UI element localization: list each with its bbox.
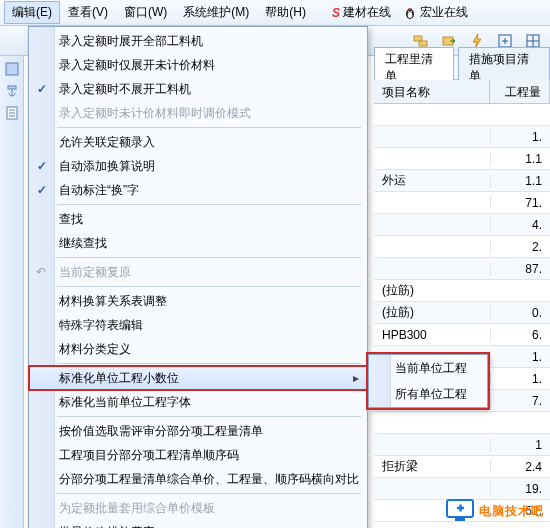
svg-rect-11 — [8, 86, 16, 89]
table-row[interactable]: HPB3006. — [374, 324, 550, 346]
svg-rect-10 — [6, 63, 18, 75]
table-row[interactable]: 87. — [374, 258, 550, 280]
link-hongye[interactable]: 宏业在线 — [397, 1, 474, 24]
table-row[interactable]: 19. — [374, 478, 550, 500]
cell-value: 4. — [490, 218, 550, 232]
svg-point-2 — [408, 10, 409, 11]
cell-value: 1. — [490, 130, 550, 144]
s-icon: S — [332, 6, 340, 20]
table-row[interactable]: 4. — [374, 214, 550, 236]
table-row[interactable] — [374, 104, 550, 126]
dd-expand-unpriced[interactable]: 录入定额时仅展开未计价材料 — [29, 53, 367, 77]
dd-realtime-price: 录入定额时未计价材料即时调价模式 — [29, 101, 367, 125]
link-building-materials[interactable]: S 建材在线 — [326, 1, 397, 24]
cell-value: 2. — [490, 240, 550, 254]
separator — [57, 127, 361, 128]
dd-select-by-value[interactable]: 按价值选取需评审分部分项工程量清单 — [29, 419, 367, 443]
col-header-value[interactable]: 工程量 — [490, 80, 550, 103]
svg-rect-6 — [419, 41, 427, 46]
separator — [57, 363, 361, 364]
check-icon: ✓ — [37, 82, 47, 96]
table-row[interactable]: 1.1 — [374, 148, 550, 170]
table-row[interactable]: (拉筋) — [374, 280, 550, 302]
separator — [57, 286, 361, 287]
sidebar-panel-icon[interactable] — [5, 62, 19, 76]
dd-find-next[interactable]: 继续查找 — [29, 231, 367, 255]
cell-value: 1. — [490, 350, 550, 364]
submenu-all-units[interactable]: 所有单位工程 — [369, 381, 487, 407]
dd-material-category[interactable]: 材料分类定义 — [29, 337, 367, 361]
cell-name: 外运 — [374, 172, 490, 189]
cell-value: 2.4 — [490, 460, 550, 474]
cell-name: 拒折梁 — [374, 458, 490, 475]
dd-special-char[interactable]: 特殊字符表编辑 — [29, 313, 367, 337]
menu-view[interactable]: 查看(V) — [60, 1, 116, 24]
cell-value: 71. — [490, 196, 550, 210]
undo-icon: ↶ — [36, 265, 46, 279]
table-row[interactable]: 2. — [374, 236, 550, 258]
dd-restore-quota: ↶当前定额复原 — [29, 260, 367, 284]
cell-name: (拉筋) — [374, 304, 490, 321]
dd-standardize-font[interactable]: 标准化当前单位工程字体 — [29, 390, 367, 414]
svg-rect-5 — [414, 36, 422, 41]
cell-value: 87. — [490, 262, 550, 276]
sidebar-anchor-icon[interactable] — [5, 84, 19, 98]
dd-material-relation[interactable]: 材料换算关系表调整 — [29, 289, 367, 313]
dd-auto-add-note[interactable]: ✓自动添加换算说明 — [29, 154, 367, 178]
table-row[interactable]: (拉筋)0. — [374, 302, 550, 324]
table-header: 项目名称 工程量 — [374, 80, 550, 104]
cell-value: 7. — [490, 394, 550, 408]
table-row[interactable]: 1 — [374, 434, 550, 456]
separator — [57, 204, 361, 205]
dd-allow-related[interactable]: 允许关联定额录入 — [29, 130, 367, 154]
table-row[interactable] — [374, 412, 550, 434]
sidebar — [0, 56, 24, 528]
dd-auto-mark-replace[interactable]: ✓自动标注“换”字 — [29, 178, 367, 202]
svg-rect-14 — [455, 518, 465, 521]
svg-point-1 — [408, 12, 413, 18]
cell-value: 1.1 — [490, 152, 550, 166]
dd-expand-all[interactable]: 录入定额时展开全部工料机 — [29, 29, 367, 53]
check-icon: ✓ — [37, 183, 47, 197]
table-row[interactable]: 拒折梁2.4 — [374, 456, 550, 478]
monitor-icon — [445, 498, 475, 524]
separator — [57, 416, 361, 417]
cell-value: 1.1 — [490, 174, 550, 188]
watermark: 电脑技术吧 — [445, 498, 544, 524]
cell-value: 6. — [490, 328, 550, 342]
menu-window[interactable]: 窗口(W) — [116, 1, 175, 24]
dd-standardize-decimal[interactable]: 标准化单位工程小数位▸ — [29, 366, 367, 390]
dd-project-sequence[interactable]: 工程项目分部分项工程清单顺序码 — [29, 443, 367, 467]
cell-value: 19. — [490, 482, 550, 496]
cell-name: HPB300 — [374, 328, 490, 342]
dd-horizontal-compare[interactable]: 分部分项工程量清单综合单价、工程量、顺序码横向对比 — [29, 467, 367, 491]
dd-find[interactable]: 查找 — [29, 207, 367, 231]
svg-rect-4 — [408, 8, 412, 10]
table-body: 1.1.1外运1.171.4.2.87.(拉筋)(拉筋)0.HPB3006.HR… — [374, 104, 550, 528]
dd-batch-modify-rate[interactable]: 批量修改措施费率 — [29, 520, 367, 528]
table-row[interactable]: 1. — [374, 126, 550, 148]
menu-maintain[interactable]: 系统维护(M) — [175, 1, 257, 24]
cell-value: 1. — [490, 372, 550, 386]
check-icon: ✓ — [37, 159, 47, 173]
submenu-current-unit[interactable]: 当前单位工程 — [369, 355, 487, 381]
cell-value: 0. — [490, 306, 550, 320]
menu-edit[interactable]: 编辑(E) — [4, 1, 60, 24]
dd-no-expand[interactable]: ✓录入定额时不展开工料机 — [29, 77, 367, 101]
penguin-icon — [403, 6, 417, 20]
table-row[interactable]: 71. — [374, 192, 550, 214]
separator — [57, 257, 361, 258]
cell-name: (拉筋) — [374, 282, 490, 299]
menubar: 编辑(E) 查看(V) 窗口(W) 系统维护(M) 帮助(H) S 建材在线 宏… — [0, 0, 550, 26]
sidebar-sheet-icon[interactable] — [5, 106, 19, 120]
svg-point-3 — [411, 10, 412, 11]
cell-value: 1 — [490, 438, 550, 452]
edit-dropdown: 录入定额时展开全部工料机 录入定额时仅展开未计价材料 ✓录入定额时不展开工料机 … — [28, 26, 368, 528]
table-row[interactable]: 外运1.1 — [374, 170, 550, 192]
decimal-submenu: 当前单位工程 所有单位工程 — [368, 354, 488, 408]
submenu-arrow-icon: ▸ — [353, 371, 359, 385]
menu-help[interactable]: 帮助(H) — [257, 1, 314, 24]
separator — [57, 493, 361, 494]
col-header-name[interactable]: 项目名称 — [374, 80, 490, 103]
dd-batch-template: 为定额批量套用综合单价模板 — [29, 496, 367, 520]
